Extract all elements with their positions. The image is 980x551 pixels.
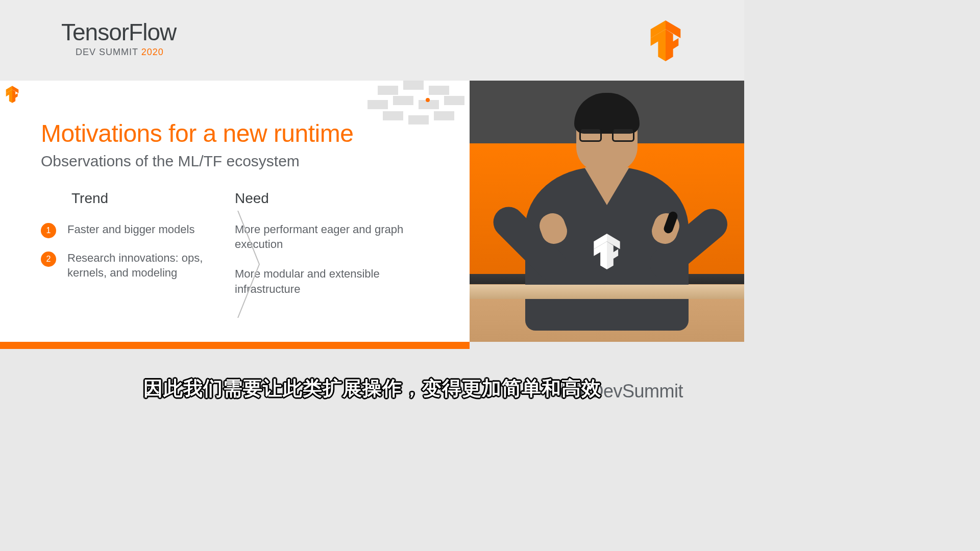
header: TensorFlow DEV SUMMIT 2020 [0,0,744,81]
podium-edge [470,285,744,299]
brand-main: TensorFlow [61,20,176,44]
brand-year: 2020 [141,47,164,57]
trend-item: 2 Research innovations: ops, kernels, an… [41,251,225,281]
video-subtitle-caption: 因此我们需要让此类扩展操作，变得更加简单和高效 [143,375,601,402]
slide-accent-bar [0,342,470,349]
brand-sub-prefix: DEV SUMMIT [76,47,141,57]
svg-rect-15 [383,111,403,120]
need-heading: Need [235,190,429,207]
brand-sub: DEV SUMMIT 2020 [76,47,176,58]
trend-number-badge: 2 [41,252,56,267]
tensorflow-logo-icon [648,20,683,61]
content: Motivations for a new runtime Observatio… [0,81,744,418]
svg-rect-9 [403,81,424,90]
tensorflow-logo-small-icon [5,86,19,103]
svg-point-18 [426,98,430,102]
maze-decoration-icon [368,81,470,142]
svg-rect-14 [444,96,464,105]
svg-rect-12 [393,96,413,105]
trend-text: Research innovations: ops, kernels, and … [67,251,225,281]
slide-subtitle: Observations of the ML/TF ecosystem [41,153,429,170]
shirt-tensorflow-logo-icon [592,234,622,269]
svg-rect-11 [368,100,388,109]
column-trend: Trend 1 Faster and bigger models 2 Resea… [41,190,225,311]
svg-rect-17 [434,111,454,120]
arrow-divider-icon [234,211,264,318]
trend-number-badge: 1 [41,223,56,238]
slide-columns: Trend 1 Faster and bigger models 2 Resea… [41,190,429,311]
svg-rect-8 [378,86,398,95]
svg-rect-16 [408,115,429,124]
speaker-video [470,81,744,342]
svg-rect-10 [429,86,449,95]
slide: Motivations for a new runtime Observatio… [0,81,470,342]
lower-area: 因此我们需要让此类扩展操作，变得更加简单和高效 #TFDevSummit [0,349,744,418]
trend-text: Faster and bigger models [67,222,194,237]
trend-heading: Trend [71,190,225,207]
brand-block: TensorFlow DEV SUMMIT 2020 [61,20,176,58]
trend-item: 1 Faster and bigger models [41,222,225,238]
